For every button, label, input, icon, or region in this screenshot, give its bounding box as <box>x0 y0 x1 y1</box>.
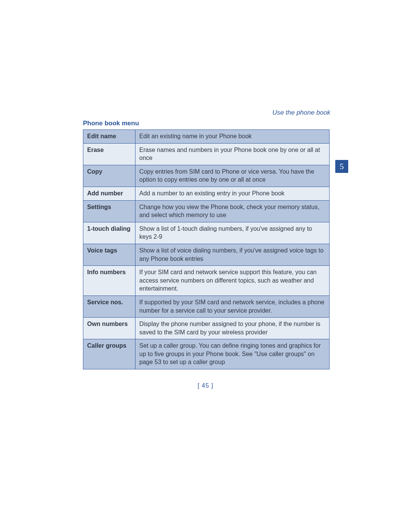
row-desc: If your SIM card and network service sup… <box>135 266 330 296</box>
table-row: Service nos. If supported by your SIM ca… <box>83 296 330 317</box>
row-desc: Display the phone number assigned to you… <box>135 318 330 339</box>
row-desc: If supported by your SIM card and networ… <box>135 296 330 317</box>
table-row: Info numbers If your SIM card and networ… <box>83 266 330 296</box>
row-label: Edit name <box>83 130 135 144</box>
table-row: Voice tags Show a list of voice dialing … <box>83 244 330 265</box>
row-label: Copy <box>83 165 135 187</box>
table-row: Edit name Edit an existing name in your … <box>83 130 330 144</box>
row-label: Info numbers <box>83 266 135 296</box>
row-desc: Set up a caller group. You can define ri… <box>135 339 330 369</box>
table-row: 1-touch dialing Show a list of 1-touch d… <box>83 222 330 244</box>
table-row: Erase Erase names and numbers in your Ph… <box>83 143 330 165</box>
row-label: Add number <box>83 187 135 200</box>
row-desc: Edit an existing name in your Phone book <box>135 130 330 144</box>
row-desc: Show a list of voice dialing numbers, if… <box>135 244 330 265</box>
section-heading: Phone book menu <box>83 120 139 127</box>
phone-book-table-wrap: Edit name Edit an existing name in your … <box>83 129 330 369</box>
row-label: Settings <box>83 200 135 222</box>
row-label: Own numbers <box>83 318 135 339</box>
row-desc: Add a number to an existing entry in you… <box>135 187 330 200</box>
row-label: 1-touch dialing <box>83 222 135 244</box>
row-label: Caller groups <box>83 339 135 369</box>
table-row: Own numbers Display the phone number ass… <box>83 318 330 339</box>
table-row: Settings Change how you view the Phone b… <box>83 200 330 222</box>
row-label: Service nos. <box>83 296 135 317</box>
table-row: Copy Copy entries from SIM card to Phone… <box>83 165 330 187</box>
row-label: Voice tags <box>83 244 135 265</box>
running-header: Use the phone book <box>272 109 330 117</box>
row-desc: Show a list of 1-touch dialing numbers, … <box>135 222 330 244</box>
phone-book-table: Edit name Edit an existing name in your … <box>83 129 330 369</box>
row-label: Erase <box>83 143 135 165</box>
page-number: [ 45 ] <box>0 382 411 389</box>
row-desc: Copy entries from SIM card to Phone or v… <box>135 165 330 187</box>
chapter-tab: 5 <box>335 160 348 173</box>
row-desc: Change how you view the Phone book, chec… <box>135 200 330 222</box>
row-desc: Erase names and numbers in your Phone bo… <box>135 143 330 165</box>
table-row: Add number Add a number to an existing e… <box>83 187 330 200</box>
table-row: Caller groups Set up a caller group. You… <box>83 339 330 369</box>
manual-page: Use the phone book Phone book menu 5 Edi… <box>0 0 411 532</box>
